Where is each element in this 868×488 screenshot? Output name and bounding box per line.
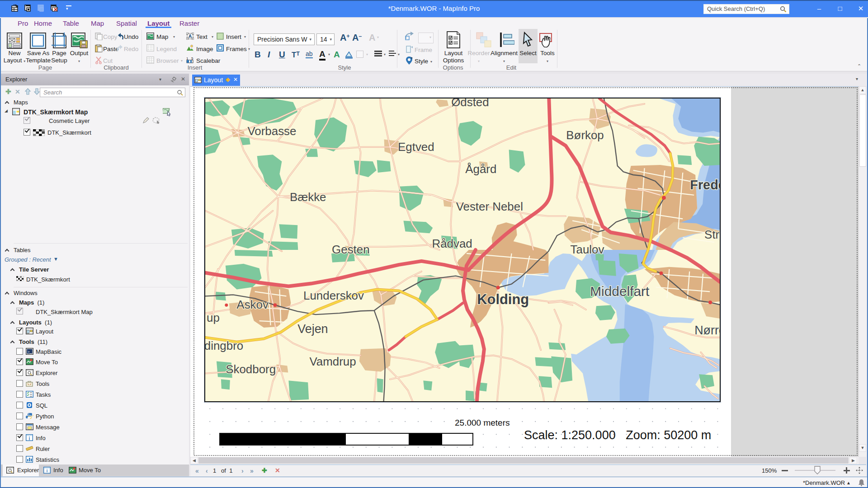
svg-text:Taulov: Taulov — [571, 243, 604, 256]
svg-text:Børkop: Børkop — [566, 129, 604, 141]
svg-text:Lunderskov: Lunderskov — [303, 289, 364, 302]
svg-text:i: i — [29, 436, 30, 441]
svg-text:Vester Nebel: Vester Nebel — [456, 200, 523, 213]
svg-text:Bække: Bække — [290, 191, 326, 203]
svg-text:Fredericia: Fredericia — [690, 178, 720, 192]
svg-text:>_: >_ — [28, 350, 32, 354]
svg-text:Vejen: Vejen — [297, 322, 328, 336]
svg-text:Strib: Strib — [704, 228, 720, 241]
svg-text:Vorbasse: Vorbasse — [248, 125, 297, 137]
svg-text:Ågård: Ågård — [465, 162, 496, 175]
svg-text:ldingbro: ldingbro — [205, 339, 243, 352]
svg-text:Kolding: Kolding — [477, 291, 529, 307]
svg-text:up: up — [207, 311, 220, 324]
svg-text:i: i — [47, 469, 48, 473]
svg-text:Vamdrup: Vamdrup — [309, 355, 356, 368]
svg-text:Askov: Askov — [236, 298, 269, 311]
svg-text:Egtved: Egtved — [398, 141, 434, 153]
svg-text:Nørre A: Nørre A — [694, 324, 720, 337]
svg-text:Middelfart: Middelfart — [590, 284, 650, 299]
svg-text:Skodborg: Skodborg — [226, 363, 276, 375]
svg-text:Rådvad: Rådvad — [432, 237, 472, 250]
svg-text:A: A — [189, 33, 192, 39]
svg-text:Ødsted: Ødsted — [451, 99, 489, 108]
svg-text:Gesten: Gesten — [332, 243, 369, 256]
